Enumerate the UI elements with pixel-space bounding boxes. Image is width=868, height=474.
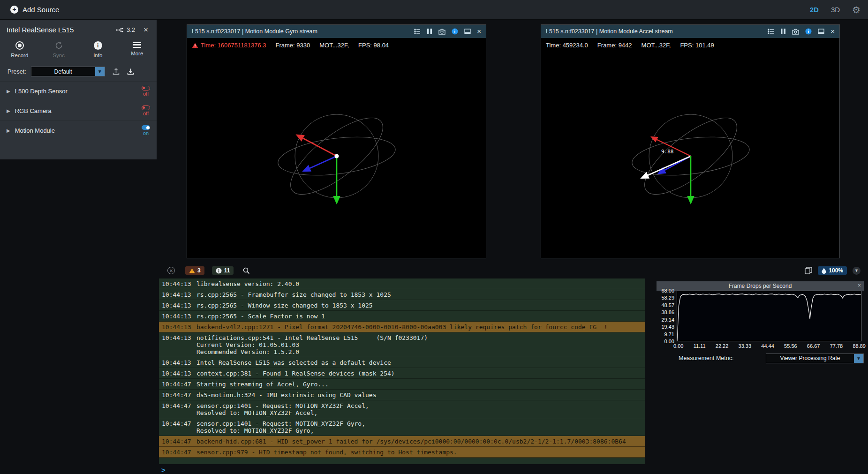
- more-button[interactable]: More: [118, 38, 157, 61]
- info-icon[interactable]: [805, 28, 812, 35]
- upload-preset-icon[interactable]: [113, 68, 120, 75]
- sensor-row-l500-depth-sensor[interactable]: ▶L500 Depth Sensoroff: [0, 81, 157, 101]
- pause-icon[interactable]: [427, 28, 432, 35]
- chart-title-bar[interactable]: Frame Drops per Second ×: [657, 281, 864, 291]
- log-timestamp: 10:44:13: [162, 302, 196, 309]
- gpu-usage-badge[interactable]: 100%: [818, 266, 847, 275]
- sensor-toggle[interactable]: on: [142, 125, 150, 136]
- sensor-toggle[interactable]: off: [142, 105, 150, 116]
- log-entry[interactable]: 10:44:13backend-v4l2.cpp:1271 - Pixel fo…: [159, 322, 645, 332]
- log-entry[interactable]: 10:44:13rs.cpp:2565 - Scale Factor is no…: [159, 311, 645, 322]
- add-source-button[interactable]: + Add Source: [10, 6, 59, 14]
- preset-dropdown-arrow[interactable]: ▼: [95, 67, 105, 76]
- mode-2d-tab[interactable]: 2D: [810, 6, 819, 14]
- gpu-percent: 100%: [829, 267, 843, 274]
- log-entry[interactable]: 10:44:47backend-hid.cpp:681 - HID set_po…: [159, 436, 645, 447]
- expander-icon[interactable]: ▶: [7, 128, 10, 133]
- chevron-down-circle-icon[interactable]: ▼: [853, 267, 860, 275]
- sensor-row-rgb-camera[interactable]: ▶RGB Cameraoff: [0, 101, 157, 120]
- log-message: backend-hid.cpp:681 - HID set_power 1 fa…: [196, 438, 626, 445]
- y-tick-label: 9.71: [655, 331, 674, 337]
- metadata-icon[interactable]: [414, 28, 421, 35]
- log-message-continuation: Recommended Version: 1.5.2.0: [162, 348, 642, 355]
- layers-icon[interactable]: [805, 267, 812, 274]
- accel-3d-visualization[interactable]: 9.88: [541, 38, 839, 258]
- time-warning-group: Time: 1606751181376.3: [192, 42, 266, 49]
- device-close-icon[interactable]: ×: [143, 26, 148, 34]
- record-button[interactable]: Record: [0, 38, 39, 61]
- log-entry[interactable]: 10:44:47ds5-motion.h:324 - IMU extrinsic…: [159, 390, 645, 400]
- y-tick-label: 38.86: [655, 309, 674, 315]
- log-message: librealsense version: 2.40.0: [196, 280, 299, 287]
- chart-close-icon[interactable]: ×: [858, 282, 861, 289]
- x-tick-label: 77.78: [830, 343, 843, 349]
- log-panel[interactable]: 10:44:13librealsense version: 2.40.010:4…: [159, 278, 645, 464]
- preset-dropdown[interactable]: Default ▼: [31, 67, 105, 76]
- log-timestamp: 10:44:13: [162, 334, 196, 341]
- info-badge[interactable]: 11: [212, 266, 234, 275]
- gyro-3d-visualization[interactable]: [187, 38, 486, 258]
- dismiss-log-icon[interactable]: ✕: [167, 267, 175, 274]
- log-entry[interactable]: 10:44:13notifications.cpp:541 - Intel Re…: [159, 332, 645, 357]
- log-entry[interactable]: 10:44:47Starting streaming of Accel, Gyr…: [159, 379, 645, 390]
- stream-header[interactable]: L515 s.n:f0233017 | Motion Module Gyro s…: [187, 25, 486, 38]
- log-message: Starting streaming of Accel, Gyro...: [196, 381, 329, 388]
- stream-panel-accel: L515 s.n:f0233017 | Motion Module Accel …: [541, 24, 840, 258]
- log-entry[interactable]: 10:44:47sensor.cpp:1401 - Request: MOTIO…: [159, 418, 645, 436]
- record-icon: [15, 41, 24, 50]
- toggle-icon: [142, 125, 150, 130]
- expander-icon[interactable]: ▶: [7, 108, 10, 113]
- preset-label: Preset:: [8, 68, 26, 75]
- log-message: rs.cpp:2565 - Framebuffer size changed t…: [196, 291, 391, 298]
- log-entry[interactable]: 10:44:13rs.cpp:2565 - Framebuffer size c…: [159, 289, 645, 300]
- maximize-icon[interactable]: [464, 29, 471, 34]
- log-timestamp: 10:44:13: [162, 359, 196, 366]
- time-counter: Time: 459234.0: [546, 42, 588, 49]
- x-tick-label: 66.67: [807, 343, 820, 349]
- usb-icon: [116, 27, 124, 33]
- stream-panel-gyro: L515 s.n:f0233017 | Motion Module Gyro s…: [187, 24, 486, 258]
- log-entry[interactable]: 10:44:13rs.cpp:2565 - Window size change…: [159, 300, 645, 311]
- warning-triangle-icon: [192, 43, 198, 48]
- expander-icon[interactable]: ▶: [7, 89, 10, 94]
- frame-counter: Frame: 9442: [597, 42, 632, 49]
- snapshot-icon[interactable]: [438, 29, 445, 35]
- search-icon[interactable]: [243, 267, 250, 274]
- y-tick-label: 0.00: [655, 339, 674, 344]
- info-icon[interactable]: [452, 28, 458, 35]
- stream-header[interactable]: L515 s.n:f0233017 | Motion Module Accel …: [541, 25, 839, 38]
- info-button[interactable]: i Info: [78, 38, 118, 61]
- info-count: 11: [224, 267, 230, 274]
- log-message: rs.cpp:2565 - Window size changed to 185…: [196, 302, 373, 309]
- x-tick-label: 44.44: [761, 343, 774, 349]
- mode-3d-tab[interactable]: 3D: [831, 6, 840, 14]
- sensor-row-motion-module[interactable]: ▶Motion Moduleon: [0, 120, 157, 140]
- sensor-toggle[interactable]: off: [142, 86, 150, 97]
- log-entry[interactable]: 10:44:47sensor.cpp:979 - HID timestamp n…: [159, 447, 645, 458]
- warnings-badge[interactable]: 3: [185, 266, 204, 275]
- close-stream-icon[interactable]: ×: [830, 28, 835, 35]
- plus-circle-icon: +: [10, 6, 18, 14]
- sync-button[interactable]: Sync: [39, 38, 79, 61]
- top-bar: + Add Source 2D 3D ⚙: [0, 0, 868, 20]
- settings-gear-icon[interactable]: ⚙: [852, 5, 860, 15]
- frame-drops-line: [677, 294, 861, 341]
- download-preset-icon[interactable]: [127, 68, 134, 75]
- log-entry[interactable]: 10:44:13librealsense version: 2.40.0: [159, 278, 645, 289]
- y-tick-label: 68.00: [655, 288, 674, 293]
- log-entry[interactable]: 10:44:47sensor.cpp:1401 - Request: MOTIO…: [159, 400, 645, 418]
- pause-icon[interactable]: [780, 28, 786, 35]
- snapshot-icon[interactable]: [792, 29, 799, 35]
- metric-dropdown-arrow[interactable]: ▼: [854, 354, 863, 363]
- log-timestamp: 10:44:13: [162, 370, 196, 377]
- close-stream-icon[interactable]: ×: [477, 28, 481, 35]
- maximize-icon[interactable]: [818, 29, 824, 34]
- log-entry[interactable]: 10:44:13context.cpp:381 - Found 1 RealSe…: [159, 368, 645, 379]
- metric-dropdown[interactable]: Viewer Processing Rate ▼: [766, 354, 864, 363]
- log-toolbar: ✕ 3 11 100% ▼: [159, 263, 868, 278]
- frame-counter: Frame: 9330: [276, 42, 310, 49]
- expand-log-chevron-icon[interactable]: >: [161, 466, 166, 474]
- log-entry[interactable]: 10:44:13Intel RealSense L515 was selecte…: [159, 357, 645, 368]
- metadata-icon[interactable]: [768, 28, 774, 35]
- chart-y-axis-labels: 68.0058.2948.5738.8629.1419.439.710.00: [655, 288, 674, 344]
